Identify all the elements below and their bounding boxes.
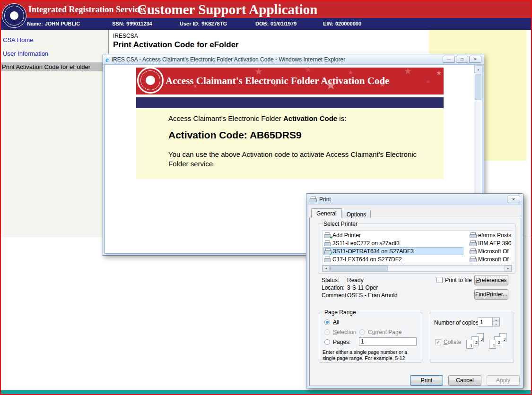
plus-badge-icon: + [330, 235, 332, 240]
printer-list-hscrollbar[interactable]: ◄ ► [322, 265, 512, 272]
print-dialog-body: General Options Select Printer + Add Pri… [308, 205, 521, 386]
apply-button[interactable]: Apply [487, 375, 520, 386]
print-to-file-label[interactable]: Print to file [445, 277, 472, 283]
sidebar-item-user-information[interactable]: User Information [3, 50, 48, 57]
scroll-up-button[interactable]: ▲ [474, 65, 482, 73]
printer-row-lext644[interactable]: C17-LEXT644 on S277DF2 [323, 255, 463, 263]
collate-pages-icon: 3 2 1 [466, 333, 488, 352]
printer-row-add-printer[interactable]: + Add Printer [323, 231, 463, 239]
printer-row-microsoft-1[interactable]: Microsoft Of [469, 247, 512, 255]
agency-name: Integrated Registration Services [28, 5, 146, 15]
tab-options[interactable]: Options [342, 210, 371, 218]
printer-name: Add Printer [332, 232, 361, 239]
printer-name: Microsoft Of [478, 256, 509, 263]
copies-spinner: ▲ ▼ [478, 318, 500, 326]
spin-down-icon: ▼ [495, 323, 497, 326]
collate-checkbox[interactable]: ✓ [435, 339, 441, 345]
print-to-file-checkbox[interactable] [436, 277, 443, 283]
printer-icon [323, 240, 331, 246]
pages-input[interactable] [359, 337, 417, 346]
printer-name: C17-LEXT644 on S277DF2 [332, 256, 402, 263]
page-range-all-radio[interactable] [324, 319, 330, 325]
printer-icon [323, 257, 331, 262]
sidebar-nav: CSA Home User Information Print Activati… [1, 30, 109, 237]
copies-input[interactable] [478, 318, 493, 326]
printer-icon [469, 240, 476, 246]
popup-titlebar[interactable]: e IRES CSA - Access Claimant's Electroni… [103, 54, 484, 65]
minimize-button[interactable]: — [443, 56, 455, 63]
hscroll-thumb[interactable] [330, 266, 388, 271]
page-range-current-page-radio[interactable] [359, 329, 365, 335]
print-button[interactable]: Print [410, 375, 443, 386]
printer-name: 3S11-OPTRAT634 on S27ADF3 [333, 248, 414, 255]
printer-list: + Add Printer 3S11-LexC772 on s27adf3 ✓ … [322, 230, 512, 264]
spin-down-button[interactable]: ▼ [493, 322, 500, 326]
internet-explorer-icon: e [105, 56, 109, 63]
user-info-bar: Name:JOHN PUBLIC SSN:999011234 User ID:9… [1, 18, 531, 30]
printer-name: 3S11-LexC772 on s27adf3 [332, 240, 400, 247]
dialog-tabs: General Options [311, 208, 371, 218]
printer-row-lexc772[interactable]: 3S11-LexC772 on s27adf3 [323, 239, 463, 247]
tab-general[interactable]: General [311, 208, 342, 218]
star-icon: ★ [426, 79, 431, 85]
popup-window-title: IRES CSA - Access Claimant's Electronic … [112, 56, 345, 63]
general-tab-panel: Select Printer + Add Printer 3S11-LexC77… [309, 218, 521, 386]
cancel-button[interactable]: Cancel [448, 375, 481, 386]
select-printer-group: Select Printer + Add Printer 3S11-LexC77… [318, 223, 515, 274]
close-button[interactable]: ✕ [507, 196, 520, 203]
scroll-left-button[interactable]: ◄ [323, 266, 330, 271]
printer-row-ibm-afp[interactable]: IBM AFP 390( [469, 239, 512, 247]
user-ssn-field: SSN:999011234 [112, 21, 152, 26]
page-range-selection-radio[interactable] [324, 329, 330, 335]
preferences-button[interactable]: Preferences [474, 275, 508, 285]
collate-pages-icon: 3 2 1 [489, 333, 511, 352]
printer-row-eforms[interactable]: eforms Posts [469, 231, 512, 239]
status-label: Status: [322, 277, 339, 283]
collate-label[interactable]: Collate [444, 339, 461, 345]
banner-stripe [136, 97, 444, 108]
spin-up-button[interactable]: ▲ [493, 318, 500, 322]
close-icon: ✕ [512, 198, 515, 202]
printer-name: IBM AFP 390( [478, 240, 512, 247]
activation-code-intro: Access Claimant's Electronic Folder Acti… [168, 114, 346, 122]
page-range-pages-radio[interactable] [324, 339, 330, 345]
printer-icon [469, 257, 476, 262]
printer-row-optrat634-selected[interactable]: ✓ 3S11-OPTRAT634 on S27ADF3 [323, 247, 463, 255]
check-badge-icon: ✓ [329, 252, 333, 256]
print-dialog-titlebar[interactable]: Print ✕ [306, 194, 523, 205]
comment-value: OSES - Eran Arnold [347, 292, 398, 299]
page-range-pages-label[interactable]: Pages: [333, 339, 350, 345]
breadcrumb: IRESCSA [113, 33, 138, 39]
printer-icon [469, 232, 476, 238]
add-printer-icon: + [323, 232, 331, 238]
close-button[interactable]: ✕ [469, 56, 481, 63]
page-range-selection-label[interactable]: Selection [333, 329, 356, 335]
star-icon: ★ [436, 69, 442, 76]
check-icon: ✓ [436, 340, 440, 345]
default-printer-icon: ✓ [324, 249, 331, 254]
number-of-copies-label: Number of copies: [434, 319, 480, 326]
find-printer-button[interactable]: Find Printer... [474, 289, 508, 300]
spinner-buttons: ▲ ▼ [493, 318, 500, 326]
sidebar-item-print-activation-code[interactable]: Print Activation Code for eFolder [1, 62, 108, 71]
page-bottom-strip [1, 390, 531, 394]
page-range-hint: Enter either a single page number or a s… [323, 349, 421, 361]
scroll-left-icon: ◄ [325, 267, 328, 270]
comment-label: Comment: [322, 292, 348, 299]
page-range-group-label: Page Range [323, 309, 358, 316]
page-range-current-page-label[interactable]: Current Page [368, 329, 401, 335]
print-dialog-title: Print [319, 196, 331, 203]
activation-code-value: Activation Code: AB65DRS9 [168, 129, 302, 141]
minimize-icon: — [447, 58, 451, 61]
scroll-right-button[interactable]: ► [505, 266, 512, 271]
ssa-seal-icon [137, 67, 164, 94]
select-printer-group-label: Select Printer [322, 221, 359, 227]
page-range-all-label[interactable]: All [333, 319, 339, 326]
printer-row-microsoft-2[interactable]: Microsoft Of [469, 255, 512, 263]
vscroll-thumb[interactable] [475, 74, 481, 100]
user-id-field: User ID:9K8278TG [180, 21, 227, 26]
maximize-button[interactable]: □ [456, 56, 468, 63]
sidebar-item-csa-home[interactable]: CSA Home [3, 36, 33, 43]
print-dialog-window: Print ✕ General Options Select Printer +… [306, 193, 523, 388]
app-root: Integrated Registration Services Custome… [0, 0, 532, 395]
